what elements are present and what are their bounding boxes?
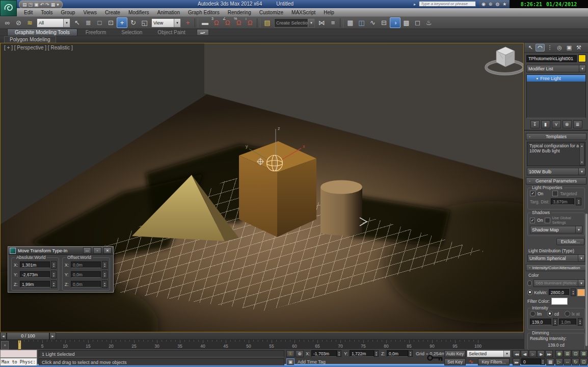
tab-modify[interactable]: ◠ <box>536 44 545 51</box>
project-folder-icon[interactable]: ▦ <box>51 2 56 8</box>
menu-item-maxscript[interactable]: MAXScript <box>288 9 319 16</box>
targeted-checkbox[interactable] <box>552 191 558 196</box>
select-by-name-button[interactable]: ≣ <box>83 17 94 28</box>
current-frame-spinner[interactable]: ▲▼ <box>541 358 545 365</box>
curve-editor-button[interactable]: ∿ <box>367 17 378 28</box>
shadow-type-dropdown[interactable]: Shadow Map ▼ <box>530 226 582 233</box>
x-coord-spinner[interactable]: ▲▼ <box>337 350 341 357</box>
add-time-tag-icon[interactable]: ▣ <box>286 358 295 365</box>
illuminant-arrow-icon[interactable]: ▼ <box>578 280 584 286</box>
menu-item-views[interactable]: Views <box>79 9 100 16</box>
select-and-move-button[interactable]: + <box>117 17 127 28</box>
configure-modifier-sets-icon[interactable]: ≣ <box>573 120 582 128</box>
undo-icon[interactable]: ↶ <box>40 2 44 8</box>
object-name-field[interactable]: TPhotometricLight001 <box>526 55 577 62</box>
offset-z-spinner[interactable]: ▲▼ <box>102 280 108 288</box>
offset-z-field[interactable]: 0,0m <box>71 281 101 287</box>
go-to-start-button[interactable]: ◀◀ <box>513 350 520 357</box>
application-menu-button[interactable] <box>0 0 17 16</box>
save-file-icon[interactable]: ▣ <box>34 2 39 8</box>
pan-2d-icon[interactable]: ▷ <box>555 358 563 365</box>
cd-radio[interactable] <box>547 311 553 317</box>
mirror-button[interactable]: ⋈ <box>316 17 327 28</box>
infocenter-search-icon[interactable]: ◉ <box>482 1 486 7</box>
modifier-list-dropdown[interactable]: Modifier List ▼ <box>526 65 586 72</box>
angle-snap-button[interactable]: Ω∠ <box>222 17 233 28</box>
modifier-stack[interactable]: ●Free Light <box>526 74 586 118</box>
selection-filter-dropdown[interactable]: All▼ <box>37 18 70 28</box>
current-frame-field[interactable]: 0 <box>521 358 541 365</box>
menu-item-customize[interactable]: Customize <box>256 9 287 16</box>
select-and-link-button[interactable]: ∞ <box>2 17 13 28</box>
orbit-icon[interactable]: ↻ <box>572 358 579 365</box>
x-coord-field[interactable]: -1,703m <box>311 350 337 357</box>
select-and-scale-button[interactable]: ◱ <box>139 17 150 28</box>
tab-polygon-modeling[interactable]: Polygon Modeling <box>4 36 56 43</box>
percent-snap-button[interactable]: Ω% <box>233 17 244 28</box>
next-frame-button[interactable]: ▮▶ <box>537 350 545 357</box>
menu-item-help[interactable]: Help <box>320 9 338 16</box>
menu-item-modifiers[interactable]: Modifiers <box>125 9 153 16</box>
lx-distance-spinner[interactable]: ▲▼ <box>578 318 582 326</box>
filter-color-swatch[interactable] <box>551 298 568 305</box>
ribbon-tab-object-paint[interactable]: Object Paint <box>150 29 192 36</box>
light-on-checkbox[interactable]: ✓ <box>530 191 536 196</box>
use-global-checkbox[interactable] <box>545 218 550 223</box>
key-mode-toggle[interactable]: ▶▶ <box>513 358 520 365</box>
unlink-selection-button[interactable]: ⊘ <box>13 17 24 28</box>
reference-coordinate-dropdown[interactable]: View▼ <box>151 18 181 28</box>
intensity-field[interactable]: 139,0 <box>530 319 551 325</box>
tab-create[interactable]: ↖ <box>526 44 535 51</box>
time-slider-handle[interactable]: 0 / 100 <box>7 332 49 340</box>
edit-named-selection-sets-button[interactable]: ▤ <box>262 17 273 28</box>
auto-key-button[interactable]: Auto Key <box>444 350 466 357</box>
menu-item-group[interactable]: Group <box>58 9 79 16</box>
template-preset-arrow-icon[interactable]: ▼ <box>578 168 585 175</box>
object-color-swatch[interactable] <box>578 55 586 62</box>
maximize-viewport-icon[interactable]: ⊡ <box>580 358 587 365</box>
ribbon-options-button[interactable]: ▬▾ <box>197 29 209 36</box>
modifier-list-arrow-icon[interactable]: ▼ <box>579 65 585 72</box>
illuminant-dropdown[interactable]: D65 Illuminant (Refere ▼ <box>533 279 585 287</box>
time-configuration-button[interactable]: ▦ <box>546 358 554 365</box>
offset-y-spinner[interactable]: ▲▼ <box>102 271 108 278</box>
stack-item-free-light[interactable]: ●Free Light <box>527 75 585 82</box>
select-and-manipulate-button[interactable]: + <box>182 17 193 28</box>
spinner-snap-button[interactable]: Ω↕ <box>245 17 255 28</box>
make-unique-icon[interactable]: ⋎ <box>552 120 561 128</box>
dialog-close-button[interactable]: ✕ <box>103 247 112 254</box>
qat-dropdown-icon[interactable]: ▾ <box>57 2 59 8</box>
lx-distance-field[interactable]: 1,0m <box>559 319 576 325</box>
kelvin-spinner[interactable]: ▲▼ <box>571 289 576 296</box>
tab-utilities[interactable]: ⚒ <box>574 44 583 51</box>
align-button[interactable]: ≡ <box>328 17 338 28</box>
infocenter-expand-icon[interactable]: ▸ <box>414 2 416 7</box>
lm-radio[interactable] <box>530 311 536 317</box>
menu-item-tools[interactable]: Tools <box>37 9 56 16</box>
illuminant-radio[interactable] <box>527 280 532 286</box>
pan-view-icon[interactable]: ⇔ <box>564 358 571 365</box>
absolute-x-field[interactable]: 1,301m <box>20 261 50 268</box>
menu-item-create[interactable]: Create <box>101 9 124 16</box>
viewport-label[interactable]: [ + ] [ Perspective ] [ Realistic ] <box>4 45 73 50</box>
rendered-frame-window-button[interactable]: ◻ <box>412 17 423 28</box>
redo-icon[interactable]: ↷ <box>45 2 49 8</box>
mini-curve-editor-button[interactable]: ≡ <box>1 341 9 350</box>
shadow-type-arrow-icon[interactable]: ▼ <box>575 226 582 233</box>
named-selection-sets-dropdown[interactable]: Create Selection Se▼ <box>274 18 315 28</box>
search-input[interactable] <box>419 1 476 7</box>
render-setup-button[interactable]: ▩ <box>401 17 412 28</box>
template-scrollbar[interactable]: ▲▼ <box>579 143 584 165</box>
select-and-rotate-button[interactable]: ↻ <box>128 17 139 28</box>
zoom-icon[interactable]: ◉ <box>555 350 563 357</box>
select-object-button[interactable]: ↖ <box>72 17 83 28</box>
render-production-button[interactable]: ♨ <box>423 17 434 28</box>
y-coord-spinner[interactable]: ▲▼ <box>374 350 379 357</box>
menu-item-graph-editors[interactable]: Graph Editors <box>184 9 223 16</box>
absolute-z-spinner[interactable]: ▲▼ <box>51 280 57 288</box>
selection-lock-toggle[interactable]: ⚿ <box>286 350 295 357</box>
dialog-minimize-button[interactable]: — <box>83 247 91 254</box>
track-bar[interactable]: ≡ 51015202530354045505560657075808590951… <box>0 340 524 350</box>
y-coord-field[interactable]: 1,722m <box>350 350 374 357</box>
communication-center-icon[interactable]: ◍ <box>495 1 499 7</box>
